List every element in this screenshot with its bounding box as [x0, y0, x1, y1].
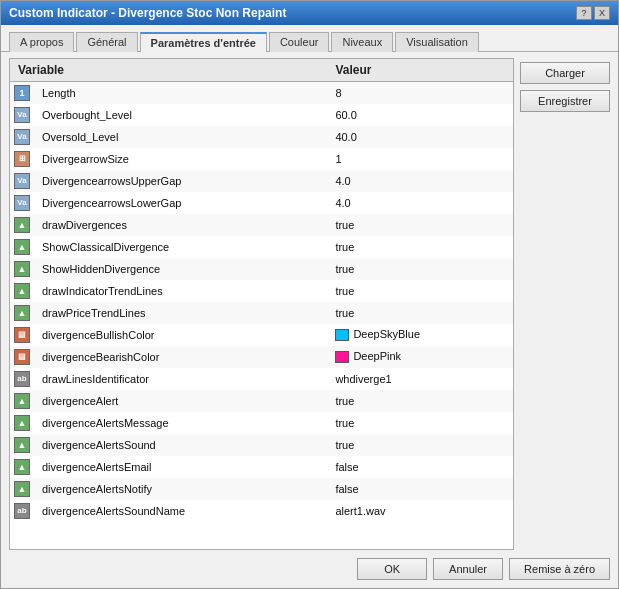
row-value: alert1.wav [327, 500, 513, 522]
main-window: Custom Indicator - Divergence Stoc Non R… [0, 0, 619, 589]
table-row[interactable]: abdivergenceAlertsSoundNamealert1.wav [10, 500, 513, 522]
window-title: Custom Indicator - Divergence Stoc Non R… [9, 6, 286, 20]
row-variable: Length [34, 82, 327, 104]
table-row[interactable]: ▤divergenceBullishColorDeepSkyBlue [10, 324, 513, 346]
content-area: Variable Valeur 1Length8VaOverbought_Lev… [1, 51, 618, 588]
row-value: true [327, 258, 513, 280]
row-value: whdiverge1 [327, 368, 513, 390]
title-controls: ? X [576, 6, 610, 20]
row-value: true [327, 412, 513, 434]
title-bar: Custom Indicator - Divergence Stoc Non R… [1, 1, 618, 25]
row-value: true [327, 214, 513, 236]
row-value: 40.0 [327, 126, 513, 148]
row-icon: Va [10, 104, 34, 126]
table-row[interactable]: VaOverbought_Level60.0 [10, 104, 513, 126]
row-variable: DivergearrowSize [34, 148, 327, 170]
tab-couleur[interactable]: Couleur [269, 32, 330, 52]
main-panel: Variable Valeur 1Length8VaOverbought_Lev… [9, 58, 610, 550]
col-value-header: Valeur [327, 59, 513, 82]
row-value: DeepPink [327, 346, 513, 368]
row-variable: ShowHiddenDivergence [34, 258, 327, 280]
tab-niveaux[interactable]: Niveaux [331, 32, 393, 52]
row-icon: ▲ [10, 478, 34, 500]
row-value: true [327, 434, 513, 456]
row-icon: ▲ [10, 434, 34, 456]
table-row[interactable]: 1Length8 [10, 82, 513, 104]
row-value: DeepSkyBlue [327, 324, 513, 346]
row-variable: divergenceAlertsNotify [34, 478, 327, 500]
row-variable: drawDivergences [34, 214, 327, 236]
ok-button[interactable]: OK [357, 558, 427, 580]
table-row[interactable]: ▲divergenceAlertsEmailfalse [10, 456, 513, 478]
tab-parametres[interactable]: Paramètres d'entrée [140, 32, 267, 52]
row-icon: ▲ [10, 280, 34, 302]
table-row[interactable]: VaDivergencearrowsUpperGap4.0 [10, 170, 513, 192]
row-value: 8 [327, 82, 513, 104]
tab-apropos[interactable]: A propos [9, 32, 74, 52]
row-value: true [327, 236, 513, 258]
row-value: false [327, 456, 513, 478]
row-value: true [327, 280, 513, 302]
row-icon: ▤ [10, 324, 34, 346]
row-icon: 1 [10, 82, 34, 104]
row-value: 1 [327, 148, 513, 170]
table-row[interactable]: ▤divergenceBearishColorDeepPink [10, 346, 513, 368]
row-variable: drawLinesIdentificator [34, 368, 327, 390]
row-icon: ▤ [10, 346, 34, 368]
table-row[interactable]: VaOversold_Level40.0 [10, 126, 513, 148]
table-row[interactable]: ▲drawIndicatorTrendLinestrue [10, 280, 513, 302]
side-buttons: Charger Enregistrer [520, 58, 610, 550]
row-variable: Overbought_Level [34, 104, 327, 126]
table-row[interactable]: ▲divergenceAlertsSoundtrue [10, 434, 513, 456]
table-row[interactable]: abdrawLinesIdentificatorwhdiverge1 [10, 368, 513, 390]
row-variable: ShowClassicalDivergence [34, 236, 327, 258]
row-icon: Va [10, 170, 34, 192]
parameters-table: Variable Valeur 1Length8VaOverbought_Lev… [10, 59, 513, 522]
row-icon: ⊞ [10, 148, 34, 170]
table-row[interactable]: ▲divergenceAlertsNotifyfalse [10, 478, 513, 500]
row-variable: divergenceAlertsSound [34, 434, 327, 456]
row-variable: DivergencearrowsLowerGap [34, 192, 327, 214]
table-row[interactable]: VaDivergencearrowsLowerGap4.0 [10, 192, 513, 214]
table-row[interactable]: ▲drawDivergencestrue [10, 214, 513, 236]
row-value: true [327, 302, 513, 324]
row-variable: divergenceAlertsEmail [34, 456, 327, 478]
row-variable: divergenceAlert [34, 390, 327, 412]
row-icon: ▲ [10, 390, 34, 412]
table-row[interactable]: ▲ShowHiddenDivergencetrue [10, 258, 513, 280]
row-value: 60.0 [327, 104, 513, 126]
tab-visualisation[interactable]: Visualisation [395, 32, 479, 52]
tab-general[interactable]: Général [76, 32, 137, 52]
help-button[interactable]: ? [576, 6, 592, 20]
parameters-table-container: Variable Valeur 1Length8VaOverbought_Lev… [9, 58, 514, 550]
row-variable: Oversold_Level [34, 126, 327, 148]
row-value: true [327, 390, 513, 412]
row-icon: ▲ [10, 412, 34, 434]
row-icon: ab [10, 500, 34, 522]
col-variable-header: Variable [10, 59, 327, 82]
row-icon: ▲ [10, 236, 34, 258]
close-button[interactable]: X [594, 6, 610, 20]
table-row[interactable]: ▲divergenceAlerttrue [10, 390, 513, 412]
enregistrer-button[interactable]: Enregistrer [520, 90, 610, 112]
row-icon: ab [10, 368, 34, 390]
row-icon: ▲ [10, 214, 34, 236]
table-row[interactable]: ▲drawPriceTrendLinestrue [10, 302, 513, 324]
row-variable: divergenceAlertsSoundName [34, 500, 327, 522]
row-variable: drawPriceTrendLines [34, 302, 327, 324]
bottom-row: OK Annuler Remise à zéro [9, 550, 610, 580]
table-row[interactable]: ⊞DivergearrowSize1 [10, 148, 513, 170]
remise-a-zero-button[interactable]: Remise à zéro [509, 558, 610, 580]
charger-button[interactable]: Charger [520, 62, 610, 84]
table-row[interactable]: ▲ShowClassicalDivergencetrue [10, 236, 513, 258]
row-variable: divergenceBearishColor [34, 346, 327, 368]
annuler-button[interactable]: Annuler [433, 558, 503, 580]
row-value: false [327, 478, 513, 500]
row-variable: DivergencearrowsUpperGap [34, 170, 327, 192]
row-variable: divergenceBullishColor [34, 324, 327, 346]
tabs-row: A propos Général Paramètres d'entrée Cou… [1, 25, 618, 51]
table-row[interactable]: ▲divergenceAlertsMessagetrue [10, 412, 513, 434]
row-icon: ▲ [10, 302, 34, 324]
row-icon: Va [10, 192, 34, 214]
row-variable: drawIndicatorTrendLines [34, 280, 327, 302]
